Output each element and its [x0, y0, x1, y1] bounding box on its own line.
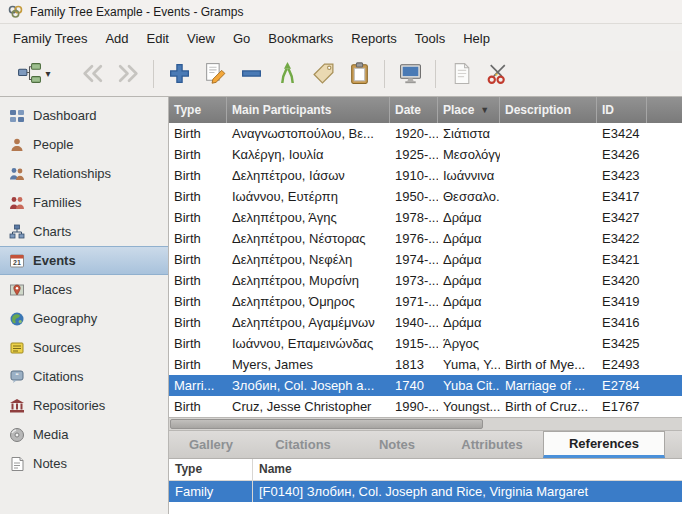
sidebar-item-families[interactable]: Families	[0, 188, 168, 217]
tab-attributes[interactable]: Attributes	[441, 431, 543, 458]
cell-place: Μεσολόγγι	[438, 144, 500, 165]
table-row-selected[interactable]: Marri... Злобин, Col. Joseph a... 1740 Y…	[169, 375, 682, 396]
sidebar-item-people[interactable]: People	[0, 130, 168, 159]
sidebar-item-places[interactable]: Places	[0, 275, 168, 304]
scrollbar-thumb[interactable]	[170, 419, 483, 429]
sidebar-item-label: Repositories	[33, 398, 105, 413]
cell-participants: Δεληπέτρου, Άγης	[227, 207, 390, 228]
sidebar-item-citations[interactable]: “ Citations	[0, 362, 168, 391]
column-header-id[interactable]: ID	[597, 97, 647, 123]
charts-icon	[9, 224, 25, 240]
tab-gallery[interactable]: Gallery	[169, 431, 253, 458]
cell-place: Δράμα	[438, 228, 500, 249]
table-row[interactable]: Birth Ιωάννου, Επαμεινώνδας 1915-... Άργ…	[169, 333, 682, 354]
tab-citations[interactable]: Citations	[253, 431, 353, 458]
sidebar-item-events[interactable]: 21 Events	[0, 246, 168, 275]
cell-id: E3425	[597, 333, 647, 354]
menu-tools[interactable]: Tools	[406, 27, 454, 50]
table-row[interactable]: Birth Αναγνωστοπούλου, Βε... 1920-... Σι…	[169, 123, 682, 144]
people-icon	[9, 137, 25, 153]
cell-description	[500, 207, 597, 228]
cell-type: Birth	[169, 354, 227, 375]
cell-place: Άργος	[438, 333, 500, 354]
menu-add[interactable]: Add	[96, 27, 137, 50]
table-row[interactable]: Birth Δεληπέτρου, Νέστορας 1976-... Δράμ…	[169, 228, 682, 249]
table-row[interactable]: Birth Cruz, Jesse Christopher 1990-... Y…	[169, 396, 682, 417]
column-header-date[interactable]: Date	[390, 97, 438, 123]
merge-button[interactable]	[269, 56, 305, 92]
table-row[interactable]: Birth Myers, James 1813 Yuma, Y... Birth…	[169, 354, 682, 375]
window-title: Family Tree Example - Events - Gramps	[30, 5, 243, 19]
cell-type: Birth	[169, 144, 227, 165]
cell-place: Δράμα	[438, 249, 500, 270]
sidebar-item-dashboard[interactable]: Dashboard	[0, 101, 168, 130]
cell-type: Marri...	[169, 375, 227, 396]
ref-column-header-name[interactable]: Name	[253, 459, 682, 480]
cell-id: E3423	[597, 165, 647, 186]
events-table-header: Type Main Participants Date Place ▼ Desc…	[169, 97, 682, 123]
family-trees-button[interactable]: ▾	[8, 56, 60, 92]
table-row[interactable]: Birth Ιωάννου, Ευτέρπη 1950-... Θεσσαλο.…	[169, 186, 682, 207]
cell-participants: Καλέργη, Ιουλία	[227, 144, 390, 165]
column-header-description[interactable]: Description	[500, 97, 597, 123]
clipboard-button[interactable]	[341, 56, 377, 92]
tab-references[interactable]: References	[543, 431, 665, 458]
table-row[interactable]: Birth Δεληπέτρου, Νεφέλη 1974-... Δράμα …	[169, 249, 682, 270]
sidebar-item-geography[interactable]: Geography	[0, 304, 168, 333]
cell-type: Birth	[169, 270, 227, 291]
forward-button[interactable]	[110, 56, 146, 92]
sidebar-item-relationships[interactable]: Relationships	[0, 159, 168, 188]
cell-place: Θεσσαλο...	[438, 186, 500, 207]
column-header-place[interactable]: Place ▼	[438, 97, 500, 123]
menu-help[interactable]: Help	[454, 27, 499, 50]
table-row[interactable]: Birth Δεληπέτρου, Άγης 1978-... Δράμα E3…	[169, 207, 682, 228]
horizontal-scrollbar[interactable]	[169, 417, 682, 431]
sidebar-item-notes[interactable]: Notes	[0, 449, 168, 478]
column-header-participants[interactable]: Main Participants	[227, 97, 390, 123]
cell-description: Birth of Cruz...	[500, 396, 597, 417]
edit-button[interactable]	[197, 56, 233, 92]
ref-column-header-type[interactable]: Type	[169, 459, 253, 480]
menu-edit[interactable]: Edit	[138, 27, 178, 50]
table-row[interactable]: Birth Δεληπέτρου, Μυρσίνη 1973-... Δράμα…	[169, 270, 682, 291]
cell-id: E3422	[597, 228, 647, 249]
scissors-button[interactable]	[479, 56, 515, 92]
menu-bookmarks[interactable]: Bookmarks	[259, 27, 342, 50]
report-button[interactable]	[443, 56, 479, 92]
cell-date: 1920-...	[390, 123, 438, 144]
chevron-down-icon: ▾	[45, 68, 50, 79]
reference-row-selected[interactable]: Family [F0140] Злобин, Col. Joseph and R…	[169, 481, 682, 502]
cell-date: 1976-...	[390, 228, 438, 249]
column-header-type[interactable]: Type	[169, 97, 227, 123]
cell-type: Birth	[169, 207, 227, 228]
cell-place: Δράμα	[438, 207, 500, 228]
table-row[interactable]: Birth Δεληπέτρου, Όμηρος 1971-... Δράμα …	[169, 291, 682, 312]
cell-participants: Δεληπέτρου, Νέστορας	[227, 228, 390, 249]
table-row[interactable]: Birth Καλέργη, Ιουλία 1925-... Μεσολόγγι…	[169, 144, 682, 165]
sidebar-item-label: Geography	[33, 311, 97, 326]
toolbar: ▾	[0, 51, 682, 97]
sources-icon	[9, 340, 25, 356]
sidebar-item-media[interactable]: Media	[0, 420, 168, 449]
sidebar-item-charts[interactable]: Charts	[0, 217, 168, 246]
add-button[interactable]	[161, 56, 197, 92]
configure-view-button[interactable]	[392, 56, 428, 92]
edit-icon	[203, 61, 228, 86]
sidebar-item-sources[interactable]: Sources	[0, 333, 168, 362]
toolbar-separator	[153, 60, 154, 88]
tag-button[interactable]	[305, 56, 341, 92]
back-button[interactable]	[74, 56, 110, 92]
menu-go[interactable]: Go	[224, 27, 259, 50]
table-row[interactable]: Birth Δεληπέτρου, Αγαμέμνων 1940-... Δρά…	[169, 312, 682, 333]
cell-participants: Δεληπέτρου, Μυρσίνη	[227, 270, 390, 291]
sidebar-item-repositories[interactable]: Repositories	[0, 391, 168, 420]
menu-family-trees[interactable]: Family Trees	[4, 27, 96, 50]
places-icon	[9, 282, 25, 298]
menu-view[interactable]: View	[178, 27, 224, 50]
table-row[interactable]: Birth Δεληπέτρου, Ιάσων 1910-... Ιωάννιν…	[169, 165, 682, 186]
remove-button[interactable]	[233, 56, 269, 92]
cell-place: Δράμα	[438, 270, 500, 291]
tab-notes[interactable]: Notes	[353, 431, 441, 458]
cell-type: Birth	[169, 396, 227, 417]
menu-reports[interactable]: Reports	[342, 27, 406, 50]
